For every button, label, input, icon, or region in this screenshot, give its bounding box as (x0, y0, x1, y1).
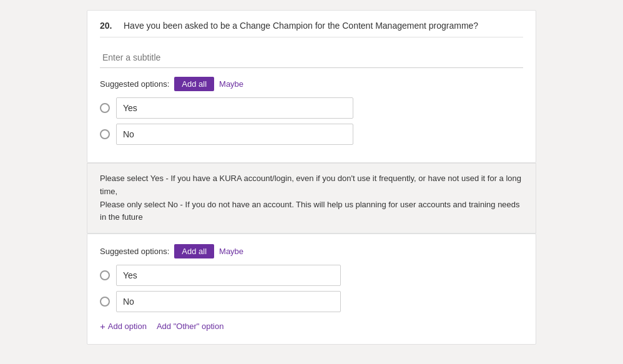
option-row-yes-top (100, 97, 523, 119)
suggested-options-label-lower: Suggested options: (100, 247, 169, 256)
question-text: Have you been asked to be a Change Champ… (124, 21, 478, 31)
add-option-button[interactable]: + Add option (100, 321, 147, 332)
question-20-card: 20. Have you been asked to be a Change C… (87, 10, 536, 163)
suggested-options-row-lower: Suggested options: Add all Maybe (100, 244, 523, 258)
radio-yes-top[interactable] (100, 103, 110, 113)
suggested-options-label: Suggested options: (100, 79, 169, 89)
add-all-button-top[interactable]: Add all (174, 77, 214, 91)
question-header: 20. Have you been asked to be a Change C… (100, 21, 523, 31)
subtitle-input[interactable] (100, 47, 523, 68)
info-line2: Please only select No - If you do not ha… (100, 200, 520, 222)
option-input-no-lower[interactable] (116, 291, 341, 312)
option-input-yes-top[interactable] (116, 97, 353, 119)
option-input-yes-lower[interactable] (116, 265, 341, 286)
lower-section-card: Suggested options: Add all Maybe + Add o… (87, 234, 536, 345)
info-block: Please select Yes - If you have a KURA a… (87, 163, 536, 234)
radio-no-lower[interactable] (100, 297, 110, 307)
plus-icon: + (100, 321, 105, 332)
add-option-row: + Add option Add "Other" option (100, 321, 523, 332)
add-option-label: Add option (108, 322, 147, 331)
radio-no-top[interactable] (100, 129, 110, 139)
option-row-no-top (100, 124, 523, 145)
maybe-button-top[interactable]: Maybe (219, 79, 243, 89)
option-row-no-lower (100, 291, 523, 312)
maybe-button-lower[interactable]: Maybe (219, 247, 243, 256)
suggested-options-row: Suggested options: Add all Maybe (100, 77, 523, 91)
option-row-yes-lower (100, 265, 523, 286)
info-line1: Please select Yes - If you have a KURA a… (100, 174, 521, 196)
question-number: 20. (100, 21, 117, 31)
add-all-button-lower[interactable]: Add all (174, 244, 214, 258)
radio-yes-lower[interactable] (100, 270, 110, 280)
option-input-no-top[interactable] (116, 124, 353, 145)
add-other-option-button[interactable]: Add "Other" option (157, 322, 224, 331)
